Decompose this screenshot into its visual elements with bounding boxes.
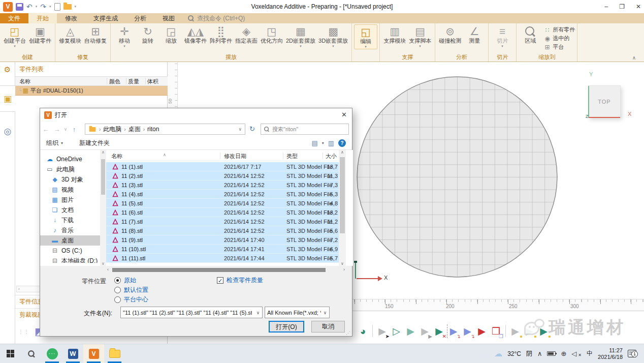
network-icon[interactable]: ⊕ — [561, 350, 566, 357]
dialog-close-icon[interactable]: ✕ — [341, 111, 347, 118]
tray-expand-icon[interactable]: ∧ — [537, 350, 542, 357]
nav-scrollbar[interactable]: ∧ ∨ — [100, 150, 106, 266]
ribbon-button[interactable]: ◈ 指定表面 — [234, 24, 259, 48]
command-search-input[interactable] — [197, 15, 299, 22]
weather-condition[interactable]: 阴 — [526, 349, 532, 358]
toolbar-handle-icon[interactable]: ⋮⋮ — [18, 329, 29, 335]
refresh-icon[interactable]: ↻ — [249, 125, 255, 133]
breadcrumb-this-pc[interactable]: 此电脑 — [103, 125, 121, 134]
breadcrumb-desktop[interactable]: 桌面 — [128, 125, 141, 134]
tab-support-generation[interactable]: 支撑生成 — [85, 13, 126, 23]
triangle-teal-icon[interactable]: ▶ — [404, 324, 417, 338]
nav-item[interactable]: ☁ OneDrive — [40, 154, 100, 164]
ribbon-button[interactable]: ◲ 缩放 — [159, 24, 183, 48]
check-part-quality-checkbox[interactable]: ✓ 检查零件质量 — [217, 276, 263, 285]
dialog-search-box[interactable] — [261, 124, 349, 135]
filename-combo[interactable]: ∨ — [120, 307, 263, 318]
organize-button[interactable]: 组织 — [46, 139, 58, 147]
file-row[interactable]: 11 (7).stl 2021/6/14 12:52 STL 3D Model … — [106, 217, 339, 226]
tab-file[interactable]: 文件 — [0, 13, 28, 23]
zoom-to-item[interactable]: ⊞ 平台 — [544, 43, 575, 51]
ribbon-button[interactable]: ◬ 修复模块 — [57, 24, 83, 48]
dialog-search-input[interactable] — [272, 126, 346, 132]
weather-temp[interactable]: 32°C — [507, 350, 521, 357]
weather-cloud-icon[interactable]: ☁ — [494, 349, 502, 358]
history-dropdown-icon[interactable]: ∨ — [62, 127, 69, 132]
file-list-hscrollbar[interactable]: ‹ › — [106, 267, 346, 273]
nav-item[interactable]: ▭ 此电脑 — [40, 164, 100, 174]
help-icon[interactable]: ? — [338, 139, 346, 147]
ribbon-button[interactable]: ◭◮ 镜像零件 — [183, 24, 208, 48]
ribbon-button[interactable]: ▤ 支撑脚本 ▾ — [407, 24, 433, 48]
preview-pane-icon[interactable]: ▥ — [328, 139, 334, 147]
file-list-scrollbar[interactable]: ∧ ∨ — [339, 150, 346, 266]
nav-item[interactable]: ▤ 视频 — [40, 185, 100, 195]
ribbon-button[interactable]: ⊚ 碰撞检测 — [437, 24, 463, 48]
taskbar-explorer[interactable] — [104, 344, 125, 363]
filetype-dropdown-icon[interactable]: ∨ — [321, 310, 329, 315]
ribbon-button[interactable]: ⊞ 自动修复 — [83, 24, 108, 48]
triangle-outline-icon[interactable]: ▷ — [390, 324, 403, 338]
taskbar-clock[interactable]: 11:27 2021/6/18 — [598, 347, 623, 360]
ribbon-button[interactable]: ✛ 移动 ▾ — [113, 24, 136, 48]
nav-item[interactable]: ◆ 3D 对象 — [40, 174, 100, 185]
taskbar-search-button[interactable] — [21, 344, 42, 363]
ribbon-button[interactable]: ∠ 测量 — [463, 24, 486, 48]
ribbon-button[interactable]: ▩ 3D嵌套摆放 ▾ — [317, 24, 349, 48]
pie-magnifier-icon[interactable]: ◕ — [357, 324, 369, 338]
redo-icon[interactable]: ↷ — [40, 3, 46, 10]
file-row[interactable]: 11 (6).stl 2021/6/14 12:52 STL 3D Model … — [106, 208, 339, 217]
maximize-button[interactable]: ❐ — [619, 3, 625, 10]
triangle-red-icon[interactable]: ▶ — [475, 324, 488, 338]
triangle-blue-icon[interactable]: ▶↴ — [461, 324, 474, 338]
zoom-region-button[interactable]: 区域 — [519, 24, 542, 44]
open-folder-icon[interactable] — [63, 4, 72, 10]
open-caret-icon[interactable]: ▾ — [75, 5, 77, 9]
ribbon-button[interactable]: ◳ 优化方向 — [259, 24, 284, 48]
col-type[interactable]: 类型 — [286, 153, 298, 160]
up-icon[interactable]: ↑ — [69, 126, 80, 133]
file-row[interactable]: 11 (8).stl 2021/6/14 12:52 STL 3D Model … — [106, 226, 339, 235]
notification-center-button[interactable]: 1 — [628, 349, 639, 359]
tree-node-icon[interactable]: └ — [18, 88, 21, 93]
file-row[interactable]: 11 (5).stl 2021/6/14 12:52 STL 3D Model … — [106, 199, 339, 208]
resize-grip-icon[interactable]: ⋰ — [346, 330, 350, 336]
forward-icon[interactable]: → — [51, 126, 62, 133]
taskbar-voxeldance[interactable]: V — [83, 344, 104, 363]
close-button[interactable]: ✕ — [636, 3, 641, 10]
undo-caret-icon[interactable]: ▾ — [36, 5, 38, 9]
breadcrumb-dropdown-icon[interactable]: ∨ — [238, 127, 242, 132]
file-row[interactable]: 11 (3).stl 2021/6/14 12:52 STL 3D Model … — [106, 180, 339, 190]
breadcrumb-riton[interactable]: riton — [147, 126, 159, 133]
tab-view[interactable]: 视图 — [154, 13, 183, 23]
slice-button[interactable]: ≡ 切片 ▾ — [491, 24, 514, 48]
battery-icon[interactable] — [547, 351, 556, 356]
breadcrumb[interactable]: › 此电脑 › 桌面 › riton ∨ — [85, 124, 245, 135]
new-folder-button[interactable]: 新建文件夹 — [79, 139, 110, 147]
col-name[interactable]: 名称 — [19, 78, 30, 85]
parts-list-tab-icon[interactable]: ▣ — [0, 85, 15, 112]
file-row[interactable]: 11 (4).stl 2021/6/14 12:52 STL 3D Model … — [106, 190, 339, 199]
taskbar-wechat[interactable]: ··· — [42, 344, 62, 363]
ribbon-button[interactable]: ▥ 支撑模块 — [382, 24, 407, 48]
nav-item[interactable]: ⊟ OS (C:) — [40, 246, 100, 256]
undo-icon[interactable]: ↶ — [26, 3, 33, 10]
radio-original-position[interactable]: 原始 — [114, 276, 136, 285]
platform-row[interactable]: └ ▦ 平台 #DUAL-D150(1) — [15, 86, 168, 96]
tab-analysis[interactable]: 分析 — [126, 13, 154, 23]
triangle-delete-icon[interactable]: ▶✕ — [433, 324, 445, 338]
nav-item[interactable]: ♪ 音乐 — [40, 225, 100, 235]
radio-default-position[interactable]: 默认位置 — [114, 286, 148, 294]
groups-tab-icon[interactable]: ◎ — [0, 118, 15, 144]
minimize-button[interactable]: – — [604, 3, 608, 10]
new-file-icon[interactable] — [54, 3, 60, 11]
view-caret-icon[interactable]: ▾ — [322, 141, 324, 145]
col-date-modified[interactable]: 修改日期 — [224, 153, 246, 160]
col-size[interactable]: 大小 — [326, 153, 337, 160]
triangle-dashed-blue-icon[interactable]: ▶↴ — [447, 324, 460, 338]
file-row[interactable]: 11 (11).stl 2021/6/14 17:44 STL 3D Model… — [106, 254, 339, 263]
filename-input[interactable] — [121, 310, 254, 316]
triangle-cursor-icon[interactable]: ▶➤ — [376, 324, 389, 338]
ribbon-collapse-icon[interactable]: ∧ — [632, 55, 636, 60]
gear-icon[interactable]: ⚙ — [0, 65, 15, 74]
